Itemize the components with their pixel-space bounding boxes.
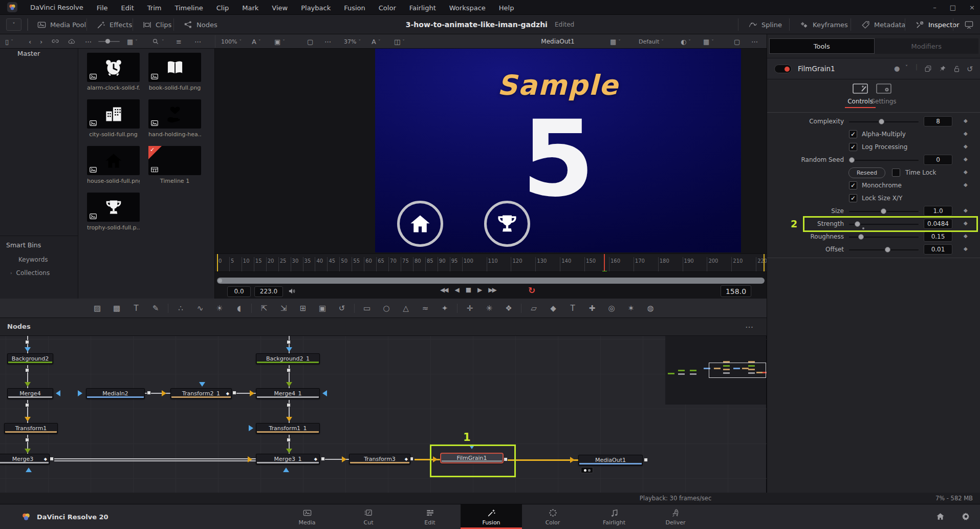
tab-keyframes[interactable]: Keyframes — [794, 15, 853, 34]
copy-settings-icon[interactable] — [924, 65, 932, 73]
menu-clip[interactable]: Clip — [216, 4, 229, 12]
media-clip-timeline[interactable]: ✓Timeline 1 — [148, 146, 201, 184]
keyframe-diamond-icon[interactable]: ◆ — [964, 182, 968, 187]
keyframe-diamond-icon[interactable]: ◆ — [964, 169, 968, 175]
menu-file[interactable]: File — [97, 4, 108, 12]
cloud-icon[interactable] — [68, 34, 76, 49]
offset-slider-handle[interactable] — [885, 247, 890, 252]
complexity-slider-handle[interactable] — [879, 119, 884, 124]
play-button[interactable]: ▶ — [477, 286, 481, 293]
random seed-slider[interactable] — [849, 160, 919, 161]
more-icon[interactable]: ⋯ — [85, 34, 92, 49]
menu-playback[interactable]: Playback — [301, 4, 331, 12]
menu-help[interactable]: Help — [499, 4, 514, 12]
node-graph[interactable]: Background2Background2_1Merge4MediaIn2Tr… — [0, 336, 767, 493]
light3d-icon[interactable]: ✶ — [626, 304, 636, 313]
node-graph-minimap[interactable] — [665, 336, 766, 405]
keyframe-diamond-icon[interactable]: ◆ — [964, 156, 968, 162]
node-mediain2[interactable]: MediaIn2 — [86, 388, 145, 399]
panel-layout-button[interactable] — [959, 15, 979, 34]
media-clip-handheart[interactable]: hand-holding-hea... — [148, 99, 201, 138]
connection-pin[interactable] — [644, 458, 648, 462]
grid-view-icon[interactable]: ▦˅ — [127, 34, 138, 49]
frame-icon[interactable]: ▢ — [307, 34, 313, 49]
node-transform1_1[interactable]: Transform1_1 — [256, 423, 320, 434]
complexity-value-field[interactable]: 8 — [924, 116, 952, 126]
connection-pin[interactable] — [25, 340, 29, 344]
tab-modifiers[interactable]: Modifiers — [875, 38, 979, 54]
bin-master[interactable]: Master — [17, 50, 40, 57]
connection-pin[interactable] — [50, 457, 54, 461]
merge-tool-icon[interactable]: ⊞ — [298, 304, 308, 313]
roughness-slider-handle[interactable] — [858, 234, 864, 240]
loader-tool-icon[interactable]: ⇱ — [259, 304, 269, 313]
channel-booleans-icon[interactable]: ▣ — [317, 304, 328, 313]
connection-pin[interactable] — [287, 340, 291, 344]
connection-pin[interactable] — [287, 368, 291, 372]
media-clip-book[interactable]: book-solid-full.png — [148, 53, 201, 91]
tab-metadata[interactable]: Metadata — [856, 15, 911, 34]
keyframe-diamond-icon[interactable]: ◆ — [964, 246, 968, 251]
more-icon[interactable]: ⋯ — [194, 34, 201, 49]
menu-mark[interactable]: Mark — [242, 4, 258, 12]
reset-icon[interactable]: ↺ — [967, 65, 973, 74]
menu-color[interactable]: Color — [379, 4, 396, 12]
mask-icon[interactable]: ◐˅ — [681, 34, 691, 49]
gear-icon[interactable] — [961, 512, 971, 521]
lock-icon[interactable] — [952, 65, 961, 73]
page-fusion[interactable]: Fusion — [461, 504, 522, 529]
connection-pin[interactable] — [321, 457, 325, 461]
chevron-down-icon[interactable]: ˅ — [905, 65, 908, 70]
offset-value-field[interactable]: 0.01 — [924, 244, 952, 255]
render-in-field[interactable]: 0.0 — [227, 286, 251, 297]
render-out-field[interactable]: 223.0 — [254, 286, 283, 297]
connection-pin[interactable] — [147, 391, 151, 395]
imageplane3d-icon[interactable]: ▱ — [529, 304, 539, 313]
version-color-icon[interactable]: ● — [894, 65, 900, 72]
nodes-options-icon[interactable]: ⋯ — [745, 322, 753, 332]
viewer-canvas[interactable]: Sample 5 — [375, 49, 741, 252]
random seed-value-field[interactable]: 0 — [924, 155, 952, 165]
media-clip-alarm[interactable]: alarm-clock-solid-f... — [87, 53, 140, 91]
timeline-ruler[interactable]: 0510152025303540455055606570758085909510… — [215, 253, 767, 272]
lock-size-x-y-checkbox[interactable]: ✓ — [849, 194, 857, 202]
connection-pin[interactable] — [25, 368, 29, 372]
menu-fairlight[interactable]: Fairlight — [409, 4, 436, 12]
time-lock-checkbox[interactable] — [892, 168, 900, 177]
smart-bin-collections[interactable]: ›Collections — [10, 269, 78, 277]
monochrome-checkbox[interactable]: ✓ — [849, 181, 857, 189]
search-icon[interactable]: ˅ — [151, 34, 164, 49]
lut-select[interactable]: Default˅ — [639, 34, 664, 49]
offset-slider[interactable] — [849, 249, 919, 250]
zoom-level[interactable]: 100%˅ — [221, 34, 242, 49]
audio-mute-icon[interactable] — [288, 287, 296, 295]
tab-nodes[interactable]: Nodes — [178, 15, 223, 34]
workspace-dropdown-button[interactable]: ˅ — [6, 18, 21, 31]
node-merge4_1[interactable]: Merge4_1 — [256, 388, 320, 399]
connection-pin[interactable] — [25, 438, 29, 442]
home-icon[interactable] — [935, 512, 945, 521]
keyframe-diamond-icon[interactable]: ◆ — [964, 233, 968, 239]
keyframe-diamond-icon[interactable]: ◆ — [964, 207, 968, 213]
smart-bin-keywords[interactable]: Keywords — [18, 256, 78, 263]
page-color[interactable]: Color — [522, 504, 583, 529]
connection-pin[interactable] — [232, 391, 236, 395]
rectangle-mask-icon[interactable]: ▭ — [362, 304, 372, 313]
media-clip-trophy[interactable]: trophy-solid-full.p... — [87, 193, 140, 231]
node-merge4[interactable]: Merge4 — [7, 388, 53, 399]
close-button[interactable]: × — [969, 4, 975, 11]
view-mode-icon[interactable]: ▣˅ — [274, 34, 285, 49]
particle-render-icon[interactable]: ❖ — [504, 304, 514, 313]
node-transform2_1[interactable]: Transform2_1◆ — [170, 388, 232, 399]
connection-pin[interactable] — [287, 438, 291, 442]
ellipse-mask-icon[interactable]: ○ — [381, 304, 391, 313]
keyframe-diamond-icon[interactable]: ◆ — [964, 143, 968, 149]
reseed-button[interactable]: Reseed — [848, 167, 885, 178]
background-tool-icon[interactable]: ▨ — [92, 304, 102, 313]
more-icon[interactable]: ⋯ — [751, 34, 758, 49]
transform-tool-icon[interactable]: ↺ — [337, 304, 347, 313]
merge3d-icon[interactable]: ✚ — [587, 304, 597, 313]
frame-icon[interactable]: ▢ — [734, 34, 740, 49]
step-back-button[interactable]: ◀ — [454, 286, 458, 293]
node-background2_1[interactable]: Background2_1 — [256, 353, 320, 364]
